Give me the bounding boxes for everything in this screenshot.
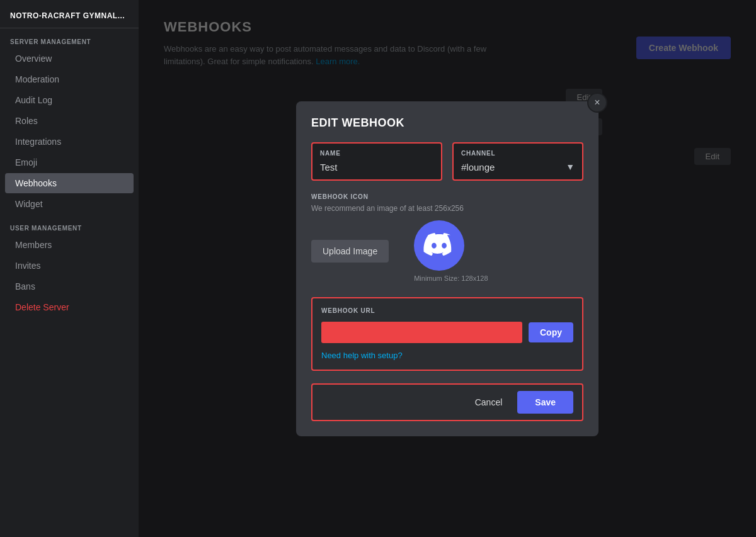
min-size-label: Minimum Size: 128x128 xyxy=(414,274,488,282)
webhook-icon-title: WEBHOOK ICON xyxy=(311,193,583,200)
sidebar-item-roles[interactable]: Roles xyxy=(5,111,134,131)
webhook-url-section: WEBHOOK URL Copy Need help with setup? xyxy=(311,297,583,371)
avatar-container: Minimum Size: 128x128 xyxy=(414,220,488,282)
webhook-icon-section: WEBHOOK ICON We recommend an image of at… xyxy=(311,193,583,282)
edit-webhook-modal: × EDIT WEBHOOK NAME CHANNEL #lounge ▼ xyxy=(296,101,598,436)
name-field-group: NAME xyxy=(311,142,442,181)
fields-row: NAME CHANNEL #lounge ▼ xyxy=(311,142,583,181)
modal-overlay: × EDIT WEBHOOK NAME CHANNEL #lounge ▼ xyxy=(139,0,756,537)
modal-title: EDIT WEBHOOK xyxy=(311,116,583,130)
copy-button[interactable]: Copy xyxy=(529,322,573,342)
server-name: NOTRO-RACRAFT GYMNAL... xyxy=(0,6,139,28)
url-row: Copy xyxy=(321,322,573,343)
sidebar-item-emoji[interactable]: Emoji xyxy=(5,152,134,172)
avatar xyxy=(414,220,464,271)
user-management-label: USER MANAGEMENT xyxy=(0,215,139,234)
name-input[interactable] xyxy=(320,162,433,172)
sidebar-item-audit-log[interactable]: Audit Log xyxy=(5,90,134,110)
name-label: NAME xyxy=(320,150,433,157)
webhook-url-field[interactable] xyxy=(321,322,522,343)
sidebar-item-delete-server[interactable]: Delete Server xyxy=(5,297,134,317)
webhook-url-label: WEBHOOK URL xyxy=(321,307,573,314)
sidebar: NOTRO-RACRAFT GYMNAL... SERVER MANAGEMEN… xyxy=(0,0,139,537)
channel-select-wrapper[interactable]: #lounge ▼ xyxy=(461,162,575,172)
help-link[interactable]: Need help with setup? xyxy=(321,351,403,360)
sidebar-item-members[interactable]: Members xyxy=(5,235,134,255)
sidebar-item-invites[interactable]: Invites xyxy=(5,256,134,276)
sidebar-item-bans[interactable]: Bans xyxy=(5,276,134,297)
channel-select-value: #lounge xyxy=(461,162,495,172)
save-button[interactable]: Save xyxy=(517,391,573,414)
modal-footer: Cancel Save xyxy=(311,383,583,421)
webhook-icon-content: Upload Image Minimum Size: 128x128 xyxy=(311,220,583,282)
upload-image-button[interactable]: Upload Image xyxy=(311,240,389,263)
sidebar-item-widget[interactable]: Widget xyxy=(5,194,134,214)
server-management-label: SERVER MANAGEMENT xyxy=(0,28,139,48)
modal-close-button[interactable]: × xyxy=(587,93,607,113)
webhook-icon-desc: We recommend an image of at least 256x25… xyxy=(311,204,583,213)
sidebar-item-overview[interactable]: Overview xyxy=(5,48,134,69)
channel-label: CHANNEL xyxy=(461,150,575,157)
chevron-down-icon: ▼ xyxy=(566,162,575,172)
discord-logo-icon xyxy=(423,229,455,262)
main-content: WEBHOOKS Webhooks are an easy way to pos… xyxy=(139,0,756,537)
sidebar-item-moderation[interactable]: Moderation xyxy=(5,69,134,89)
sidebar-item-webhooks[interactable]: Webhooks xyxy=(5,173,134,193)
channel-field-group[interactable]: CHANNEL #lounge ▼ xyxy=(452,142,583,181)
cancel-button[interactable]: Cancel xyxy=(467,392,510,412)
sidebar-item-integrations[interactable]: Integrations xyxy=(5,132,134,152)
close-icon: × xyxy=(594,97,600,108)
